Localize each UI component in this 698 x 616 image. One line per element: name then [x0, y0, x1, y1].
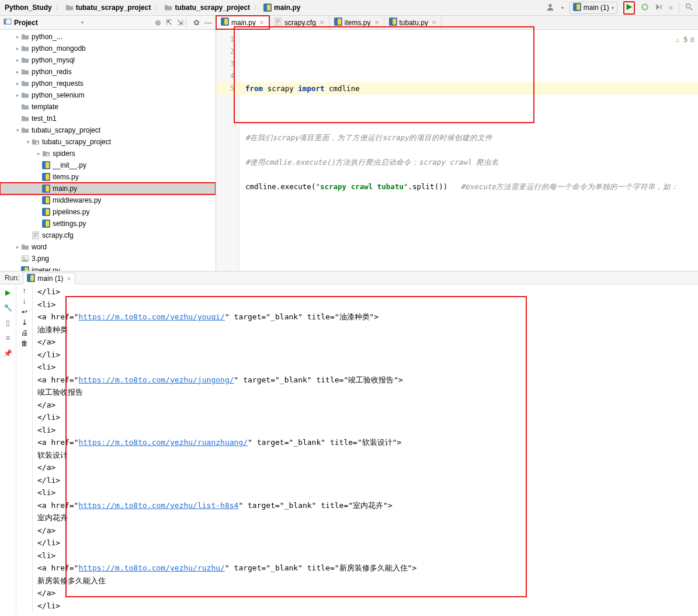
- tree-twisty-icon[interactable]: ▸: [35, 151, 42, 156]
- run-tab[interactable]: main (1) ✕: [23, 273, 75, 284]
- tree-item-python-requests[interactable]: ▸python_requests: [0, 78, 216, 89]
- stop-button[interactable]: ■: [669, 4, 673, 12]
- rerun-button[interactable]: ▶: [5, 287, 11, 298]
- tree-item-3-png[interactable]: 3.png: [0, 253, 216, 265]
- pin-icon[interactable]: 📌: [4, 347, 12, 359]
- console-line: </li>: [37, 537, 693, 549]
- tree-item-pipelines-py[interactable]: pipelines.py: [0, 206, 216, 218]
- line-number[interactable]: 3: [216, 58, 239, 70]
- tree-twisty-icon[interactable]: ▸: [14, 57, 21, 63]
- clear-icon[interactable]: 🗑: [21, 339, 28, 347]
- chevron-down-icon[interactable]: ▾: [81, 20, 84, 25]
- tree-twisty-icon[interactable]: ▾: [14, 127, 21, 133]
- user-icon[interactable]: [546, 3, 555, 12]
- tree-item-test-tn1[interactable]: test_tn1: [0, 113, 216, 124]
- close-icon[interactable]: ✕: [432, 19, 436, 26]
- close-icon[interactable]: ✕: [67, 276, 71, 282]
- breadcrumb-item-1[interactable]: tubatu_scrapy_project: [76, 4, 151, 12]
- code-editor[interactable]: 12345 ⚠ 5 ≡ from scrapy import cmdline #…: [216, 30, 698, 271]
- close-icon[interactable]: ✕: [320, 19, 324, 26]
- tree-item-label: items.py: [53, 173, 79, 181]
- tree-item-jmeter-py[interactable]: jmeter.py: [0, 265, 216, 271]
- coverage-button[interactable]: [655, 3, 663, 13]
- breadcrumb-file[interactable]: main.py: [274, 4, 300, 12]
- close-icon[interactable]: ✕: [374, 19, 379, 26]
- line-number[interactable]: 2: [216, 46, 239, 58]
- python-file-icon: [334, 18, 342, 27]
- console-link[interactable]: https://m.to8to.com/yezhu/ruzhu/: [78, 563, 224, 572]
- tree-twisty-icon[interactable]: ▸: [14, 46, 21, 51]
- locate-icon[interactable]: ⊕: [155, 18, 161, 27]
- tree-item-template[interactable]: template: [0, 101, 216, 113]
- up-button[interactable]: ↑: [23, 287, 26, 295]
- pin-output-icon[interactable]: ≡: [6, 332, 10, 344]
- line-number[interactable]: 1: [216, 33, 239, 46]
- down-button[interactable]: ↓: [23, 297, 26, 305]
- tree-item-items-py[interactable]: items.py: [0, 171, 216, 183]
- breadcrumb-item-2[interactable]: tubatu_scrapy_project: [175, 4, 250, 12]
- svg-rect-22: [46, 221, 49, 227]
- tree-item-scrapy-cfg[interactable]: scrapy.cfg: [0, 229, 216, 241]
- console-line: 室内花卉: [37, 511, 693, 524]
- scroll-end-icon[interactable]: ⤓: [22, 318, 27, 326]
- tree-item-main-py[interactable]: main.py: [0, 183, 216, 194]
- console-link[interactable]: https://m.to8to.com/yezhu/youqi/: [78, 312, 224, 321]
- tree-item-python-mysql[interactable]: ▸python_mysql: [0, 54, 216, 66]
- inspection-widget[interactable]: ⚠ 5 ≡: [675, 33, 694, 46]
- tree-twisty-icon[interactable]: ▸: [14, 244, 21, 250]
- settings-icon[interactable]: ✿: [193, 18, 200, 27]
- svg-rect-42: [30, 274, 34, 281]
- editor-tab-items-py[interactable]: items.py✕: [329, 16, 384, 29]
- console-link[interactable]: https://m.to8to.com/yezhu/ruanzhuang/: [78, 438, 248, 447]
- minimize-icon[interactable]: —: [204, 18, 212, 27]
- run-config-select[interactable]: main (1) ▾: [569, 2, 617, 14]
- menu-icon[interactable]: ≡: [690, 33, 694, 46]
- tree-item-tubatu-scrapy-project[interactable]: ▾tubatu_scrapy_project: [0, 124, 216, 136]
- console-line: 竣工验收报告: [37, 386, 693, 399]
- tree-twisty-icon[interactable]: ▸: [14, 69, 21, 75]
- tree-item-settings-py[interactable]: settings.py: [0, 218, 216, 229]
- console-line: <a href="https://m.to8to.com/yezhu/ruzhu…: [37, 562, 693, 575]
- collapse-all-icon[interactable]: ⇲: [177, 18, 183, 27]
- code-content[interactable]: ⚠ 5 ≡ from scrapy import cmdline #在我们scr…: [239, 30, 698, 271]
- close-icon[interactable]: ✕: [259, 19, 264, 26]
- tree-twisty-icon[interactable]: ▸: [14, 34, 21, 40]
- console-line: </a>: [37, 524, 693, 537]
- wrench-icon[interactable]: 🔧: [4, 302, 12, 314]
- line-number[interactable]: 5: [216, 82, 239, 95]
- dropdown-icon[interactable]: ▾: [561, 5, 564, 11]
- console-link[interactable]: https://m.to8to.com/yezhu/jungong/: [78, 375, 234, 384]
- soft-wrap-icon[interactable]: ↩: [22, 308, 27, 316]
- code-comment: #execute方法需要运行的每一个命令为单独的一个字符串，如：: [461, 182, 678, 191]
- project-panel-title[interactable]: Project: [14, 19, 81, 27]
- tree-twisty-icon[interactable]: ▸: [14, 92, 21, 98]
- print-icon[interactable]: 🖨: [21, 329, 28, 337]
- line-number[interactable]: 4: [216, 70, 239, 82]
- tree-item-word[interactable]: ▸word: [0, 241, 216, 253]
- tree-twisty-icon[interactable]: ▾: [25, 139, 32, 145]
- tree-item-python-mongodb[interactable]: ▸python_mongodb: [0, 43, 216, 54]
- run-button[interactable]: [625, 5, 633, 13]
- tree-item-spiders[interactable]: ▸spiders: [0, 148, 216, 159]
- console-link[interactable]: https://m.to8to.com/yezhu/list-h8s4: [78, 501, 238, 510]
- expand-all-icon[interactable]: ⇱: [166, 18, 172, 27]
- project-tree[interactable]: ▸python_...▸python_mongodb▸python_mysql▸…: [0, 30, 216, 271]
- tree-item-python-selenium[interactable]: ▸python_selenium: [0, 89, 216, 101]
- tree-item-tubatu-scrapy-project[interactable]: ▾tubatu_scrapy_project: [0, 136, 216, 148]
- project-view-icon[interactable]: [4, 18, 12, 27]
- tree-item--init-py[interactable]: __init__.py: [0, 159, 216, 171]
- tree-item-label: pipelines.py: [53, 208, 89, 216]
- breadcrumb-root[interactable]: Python_Study: [5, 4, 52, 12]
- search-icon[interactable]: [685, 3, 693, 13]
- tree-item-middlewares-py[interactable]: middlewares.py: [0, 194, 216, 206]
- editor-tab-tubatu-py[interactable]: tubatu.py✕: [384, 16, 442, 29]
- tree-item-python-redis[interactable]: ▸python_redis: [0, 66, 216, 78]
- folder-icon: [21, 56, 29, 64]
- editor-tab-main-py[interactable]: main.py✕: [216, 16, 269, 29]
- editor-tab-scrapy-cfg[interactable]: scrapy.cfg✕: [269, 16, 329, 29]
- pause-layout-icon[interactable]: ▯: [6, 317, 10, 329]
- debug-button[interactable]: [641, 3, 649, 13]
- console-output[interactable]: </li><li><a href="https://m.to8to.com/ye…: [33, 284, 698, 613]
- tree-item-python-[interactable]: ▸python_...: [0, 31, 216, 43]
- tree-twisty-icon[interactable]: ▸: [14, 81, 21, 86]
